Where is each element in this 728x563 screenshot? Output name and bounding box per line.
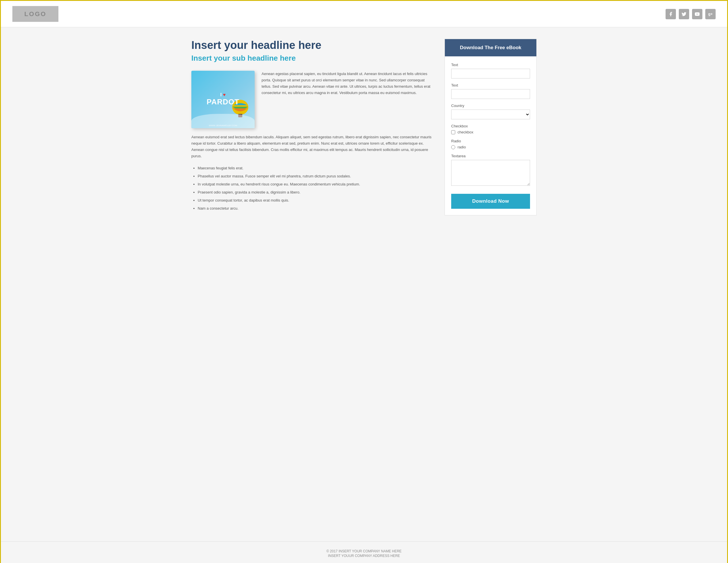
- footer: © 2017 INSERT YOUR COMPANY NAME HERE INS…: [1, 541, 727, 563]
- book-cover-text: I ♥ PARDOT: [207, 92, 239, 106]
- book-cover: I ♥ PARDOT: [191, 71, 255, 128]
- sub-headline: Insert your sub headline here: [191, 54, 433, 63]
- textarea-group: Textarea: [451, 154, 530, 187]
- field2-label: Text: [451, 83, 530, 87]
- checkbox-section-label: Checkbox: [451, 124, 530, 128]
- footer-line2: INSERT YOUUR COMPANY ADDRESS HERE: [8, 554, 720, 558]
- book-url: WWW.JENNAMOLBY.COM: [209, 124, 237, 127]
- checkbox-group: Checkbox checkbox: [451, 124, 530, 134]
- list-item: Maecenas feugiat felis erat.: [198, 165, 433, 172]
- textarea-label: Textarea: [451, 154, 530, 158]
- intro-paragraph: Aenean egestas placerat sapien, eu tinci…: [262, 71, 433, 128]
- form-card: Download The Free eBook Text Text Countr…: [445, 39, 537, 215]
- field1-label: Text: [451, 63, 530, 67]
- radio-group: Radio radio: [451, 139, 530, 149]
- book-text-row: I ♥ PARDOT: [191, 71, 433, 128]
- field2-group: Text: [451, 83, 530, 99]
- list-item: Ut tempor consequat tortor, ac dapibus e…: [198, 197, 433, 204]
- main-content: Insert your headline here Insert your su…: [1, 27, 727, 541]
- country-group: Country United States United Kingdom Can…: [451, 104, 530, 119]
- checkbox-row: checkbox: [451, 130, 530, 134]
- list-item: Nam a consectetur arcu.: [198, 205, 433, 212]
- checkbox-input[interactable]: [451, 130, 455, 134]
- left-column: Insert your headline here Insert your su…: [191, 39, 433, 215]
- country-label: Country: [451, 104, 530, 108]
- facebook-icon[interactable]: [666, 9, 676, 19]
- twitter-icon[interactable]: [679, 9, 689, 19]
- bullet-list: Maecenas feugiat felis erat. Phasellus v…: [191, 165, 433, 212]
- radio-section-label: Radio: [451, 139, 530, 143]
- textarea-input[interactable]: [451, 160, 530, 186]
- footer-line1: © 2017 INSERT YOUR COMPANY NAME HERE: [8, 549, 720, 553]
- list-item: Phasellus vel auctor massa. Fusce semper…: [198, 173, 433, 180]
- main-headline: Insert your headline here: [191, 39, 433, 52]
- download-now-button[interactable]: Download Now: [451, 194, 530, 209]
- list-item: Praesent odio sapien, gravida a molestie…: [198, 189, 433, 196]
- checkbox-option-label: checkbox: [458, 130, 473, 134]
- googleplus-icon[interactable]: g+: [705, 9, 716, 19]
- field1-group: Text: [451, 63, 530, 79]
- country-select[interactable]: United States United Kingdom Canada Aust…: [451, 110, 530, 119]
- radio-input[interactable]: [451, 145, 455, 149]
- radio-row: radio: [451, 145, 530, 149]
- field1-input[interactable]: [451, 69, 530, 79]
- social-icons-container: g+: [666, 9, 716, 19]
- youtube-icon[interactable]: [692, 9, 702, 19]
- right-column: Download The Free eBook Text Text Countr…: [445, 39, 537, 215]
- list-item: In volutpat molestie urna, eu hendrerit …: [198, 181, 433, 188]
- body-paragraph: Aenean euismod erat sed lectus bibendum …: [191, 134, 433, 159]
- radio-option-label: radio: [458, 145, 466, 149]
- form-header: Download The Free eBook: [445, 39, 536, 56]
- form-body: Text Text Country United States United K…: [445, 56, 536, 215]
- logo: LOGO: [12, 6, 58, 22]
- field2-input[interactable]: [451, 89, 530, 99]
- header: LOGO g+: [1, 1, 727, 27]
